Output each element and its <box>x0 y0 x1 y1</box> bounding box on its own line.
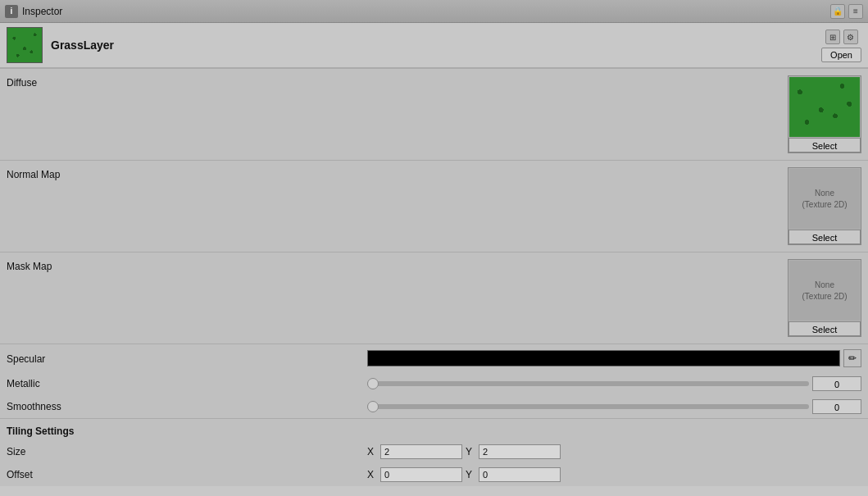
specular-label: Specular <box>7 352 367 365</box>
diffuse-value: Select <box>367 75 861 153</box>
metallic-row: Metallic 0 <box>0 372 868 395</box>
normal-map-value: None (Texture 2D) Select <box>367 167 861 245</box>
eyedropper-button[interactable]: ✏ <box>843 349 861 367</box>
open-button[interactable]: Open <box>821 48 861 62</box>
inspector-icon: i <box>5 5 18 18</box>
title-bar-title: Inspector <box>22 6 62 17</box>
normal-map-select-button[interactable]: Select <box>788 230 861 244</box>
smoothness-label: Smoothness <box>7 401 367 412</box>
mask-map-value: None (Texture 2D) Select <box>367 259 861 337</box>
specular-row: Specular ✏ <box>0 344 868 372</box>
tiling-settings-header: Tiling Settings <box>0 419 868 440</box>
size-fields: X Y <box>367 444 561 459</box>
thumbnail-grass-preview <box>7 28 42 62</box>
lock-button[interactable]: 🔒 <box>830 4 845 19</box>
normal-map-none-preview: None (Texture 2D) <box>789 169 860 229</box>
mask-map-select-button[interactable]: Select <box>788 321 861 336</box>
normal-map-texture-preview: None (Texture 2D) <box>788 168 861 230</box>
layout-icon-button[interactable]: ⊞ <box>825 30 840 44</box>
normal-map-label: Normal Map <box>7 167 367 180</box>
menu-button[interactable]: ≡ <box>848 4 863 19</box>
metallic-label: Metallic <box>7 378 367 389</box>
offset-y-axis-label: Y <box>466 469 475 480</box>
offset-x-axis-label: X <box>367 469 377 480</box>
mask-map-row: Mask Map None (Texture 2D) Select <box>0 253 868 344</box>
mask-map-none-preview: None (Texture 2D) <box>789 261 860 321</box>
mask-map-texture-slot: None (Texture 2D) Select <box>788 259 861 337</box>
mask-map-label: Mask Map <box>7 259 367 272</box>
main-content: Diffuse Select Normal Map None (Texture … <box>0 69 868 486</box>
title-bar-right: 🔒 ≡ <box>830 4 863 19</box>
smoothness-slider-track[interactable] <box>367 404 809 409</box>
mask-map-texture-preview: None (Texture 2D) <box>788 260 861 321</box>
metallic-slider-track[interactable] <box>367 381 809 386</box>
diffuse-texture-slot: Select <box>788 75 861 153</box>
diffuse-grass-image <box>789 77 860 137</box>
specular-color-bar[interactable] <box>367 350 840 366</box>
metallic-value[interactable]: 0 <box>812 376 861 391</box>
size-y-input[interactable] <box>479 444 561 459</box>
metallic-slider-thumb[interactable] <box>367 378 379 389</box>
asset-thumbnail <box>7 27 43 63</box>
asset-name: GrassLayer <box>51 39 821 52</box>
settings-icon-button[interactable]: ⚙ <box>843 30 858 44</box>
asset-header: GrassLayer ⊞ ⚙ Open <box>0 23 868 68</box>
offset-fields: X Y <box>367 467 561 482</box>
size-x-axis-label: X <box>367 446 377 457</box>
offset-row: Offset X Y <box>0 463 868 486</box>
title-bar-left: i Inspector <box>5 5 830 18</box>
offset-y-input[interactable] <box>479 467 561 482</box>
size-row: Size X Y <box>0 440 868 463</box>
diffuse-texture-preview <box>788 76 861 138</box>
smoothness-value[interactable]: 0 <box>812 399 861 414</box>
title-bar: i Inspector 🔒 ≡ <box>0 0 868 23</box>
normal-map-texture-slot: None (Texture 2D) Select <box>788 167 861 245</box>
normal-map-row: Normal Map None (Texture 2D) Select <box>0 161 868 252</box>
offset-label: Offset <box>7 469 367 480</box>
smoothness-row: Smoothness 0 <box>0 395 868 418</box>
diffuse-select-button[interactable]: Select <box>788 138 861 152</box>
diffuse-label: Diffuse <box>7 75 367 89</box>
diffuse-row: Diffuse Select <box>0 69 868 160</box>
size-label: Size <box>7 446 367 457</box>
offset-x-input[interactable] <box>380 467 462 482</box>
asset-header-top-icons: ⊞ ⚙ <box>825 30 858 44</box>
asset-header-buttons: ⊞ ⚙ Open <box>821 30 861 62</box>
size-y-axis-label: Y <box>466 446 475 457</box>
size-x-input[interactable] <box>380 444 462 459</box>
smoothness-slider-thumb[interactable] <box>367 401 379 412</box>
